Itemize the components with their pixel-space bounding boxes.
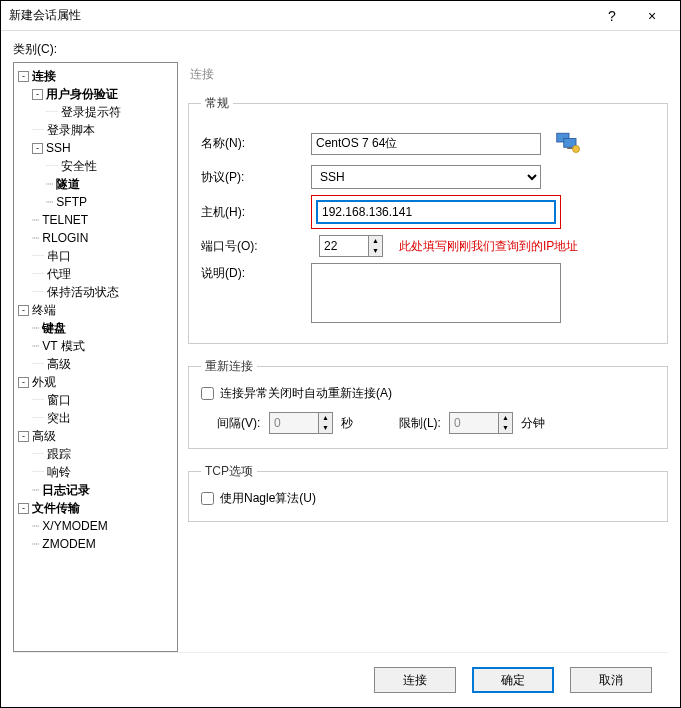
- nagle-checkbox[interactable]: [201, 492, 214, 505]
- auto-reconnect-checkbox[interactable]: [201, 387, 214, 400]
- name-label: 名称(N):: [201, 135, 311, 152]
- category-label: 类别(C):: [13, 41, 668, 58]
- session-properties-dialog: 新建会话属性 ? × 类别(C): -连接 -用户身份验证 登录提示符 登录脚本: [0, 0, 681, 708]
- tree-terminal[interactable]: 终端: [32, 303, 56, 317]
- window-title: 新建会话属性: [9, 7, 592, 24]
- tree-keepalive[interactable]: 保持活动状态: [47, 285, 119, 299]
- tree-telnet[interactable]: TELNET: [42, 213, 88, 227]
- spin-down-icon: ▼: [319, 423, 332, 433]
- host-highlight-box: [311, 195, 561, 229]
- host-label: 主机(H):: [201, 204, 311, 221]
- general-group: 常规 名称(N): 协议(P): SSH: [188, 95, 668, 344]
- tree-advanced-terminal[interactable]: 高级: [47, 357, 71, 371]
- auto-reconnect-label: 连接异常关闭时自动重新连接(A): [220, 385, 392, 402]
- tree-xymodem[interactable]: X/YMODEM: [42, 519, 107, 533]
- limit-input: [449, 412, 499, 434]
- limit-unit: 分钟: [521, 415, 545, 432]
- tree-file-transfer[interactable]: 文件传输: [32, 501, 80, 515]
- tree-vt[interactable]: VT 模式: [42, 339, 84, 353]
- tree-toggle-icon[interactable]: -: [18, 503, 29, 514]
- port-input[interactable]: [319, 235, 369, 257]
- tree-connection[interactable]: 连接: [32, 69, 56, 83]
- svg-rect-2: [567, 147, 572, 149]
- spin-down-icon: ▼: [499, 423, 512, 433]
- tree-toggle-icon[interactable]: -: [18, 431, 29, 442]
- spin-up-icon: ▲: [319, 413, 332, 423]
- svg-point-3: [573, 146, 580, 153]
- spin-up-icon: ▲: [499, 413, 512, 423]
- host-input[interactable]: [316, 200, 556, 224]
- tree-toggle-icon[interactable]: -: [18, 71, 29, 82]
- settings-panel: 连接 常规 名称(N): 协议(P): SSH: [188, 62, 668, 652]
- tree-trace[interactable]: 跟踪: [47, 447, 71, 461]
- name-input[interactable]: [311, 133, 541, 155]
- tree-appearance[interactable]: 外观: [32, 375, 56, 389]
- tree-zmodem[interactable]: ZMODEM: [42, 537, 95, 551]
- protocol-select[interactable]: SSH: [311, 165, 541, 189]
- interval-input: [269, 412, 319, 434]
- tree-tunnel[interactable]: 隧道: [56, 177, 80, 191]
- tcp-legend: TCP选项: [201, 463, 257, 480]
- help-button[interactable]: ?: [592, 8, 632, 24]
- computers-icon: [555, 128, 583, 159]
- reconnect-legend: 重新连接: [201, 358, 257, 375]
- tree-highlight[interactable]: 突出: [47, 411, 71, 425]
- desc-label: 说明(D):: [201, 263, 311, 282]
- limit-label: 限制(L):: [399, 415, 441, 432]
- reconnect-group: 重新连接 连接异常关闭时自动重新连接(A) 间隔(V): ▲▼ 秒 限制(L: [188, 358, 668, 449]
- button-bar: 连接 确定 取消: [13, 652, 668, 707]
- nagle-label: 使用Nagle算法(U): [220, 490, 316, 507]
- tree-login-hint[interactable]: 登录提示符: [61, 105, 121, 119]
- tree-proxy[interactable]: 代理: [47, 267, 71, 281]
- panel-header: 连接: [188, 62, 668, 95]
- tree-toggle-icon[interactable]: -: [32, 143, 43, 154]
- tree-logging[interactable]: 日志记录: [42, 483, 90, 497]
- interval-unit: 秒: [341, 415, 353, 432]
- tree-bell[interactable]: 响铃: [47, 465, 71, 479]
- tree-toggle-icon[interactable]: -: [32, 89, 43, 100]
- general-legend: 常规: [201, 95, 233, 112]
- titlebar: 新建会话属性 ? ×: [1, 1, 680, 31]
- tree-rlogin[interactable]: RLOGIN: [42, 231, 88, 245]
- interval-label: 间隔(V):: [201, 415, 261, 432]
- content-area: 类别(C): -连接 -用户身份验证 登录提示符 登录脚本 -SSH: [1, 31, 680, 707]
- connect-button[interactable]: 连接: [374, 667, 456, 693]
- tree-ssh[interactable]: SSH: [46, 141, 71, 155]
- tree-toggle-icon[interactable]: -: [18, 377, 29, 388]
- tree-toggle-icon[interactable]: -: [18, 305, 29, 316]
- cancel-button[interactable]: 取消: [570, 667, 652, 693]
- tree-keyboard[interactable]: 键盘: [42, 321, 66, 335]
- ok-button[interactable]: 确定: [472, 667, 554, 693]
- tree-serial[interactable]: 串口: [47, 249, 71, 263]
- annotation-text: 此处填写刚刚我们查询到的IP地址: [399, 238, 578, 255]
- spin-down-icon[interactable]: ▼: [369, 246, 382, 256]
- spin-up-icon[interactable]: ▲: [369, 236, 382, 246]
- tree-security[interactable]: 安全性: [61, 159, 97, 173]
- close-button[interactable]: ×: [632, 8, 672, 24]
- protocol-label: 协议(P):: [201, 169, 311, 186]
- description-textarea[interactable]: [311, 263, 561, 323]
- tree-login-script[interactable]: 登录脚本: [47, 123, 95, 137]
- category-tree[interactable]: -连接 -用户身份验证 登录提示符 登录脚本 -SSH 安全性 隧道: [13, 62, 178, 652]
- tree-user-auth[interactable]: 用户身份验证: [46, 87, 118, 101]
- tcp-group: TCP选项 使用Nagle算法(U): [188, 463, 668, 522]
- tree-advanced[interactable]: 高级: [32, 429, 56, 443]
- tree-sftp[interactable]: SFTP: [56, 195, 87, 209]
- port-label: 端口号(O):: [201, 238, 311, 255]
- tree-window[interactable]: 窗口: [47, 393, 71, 407]
